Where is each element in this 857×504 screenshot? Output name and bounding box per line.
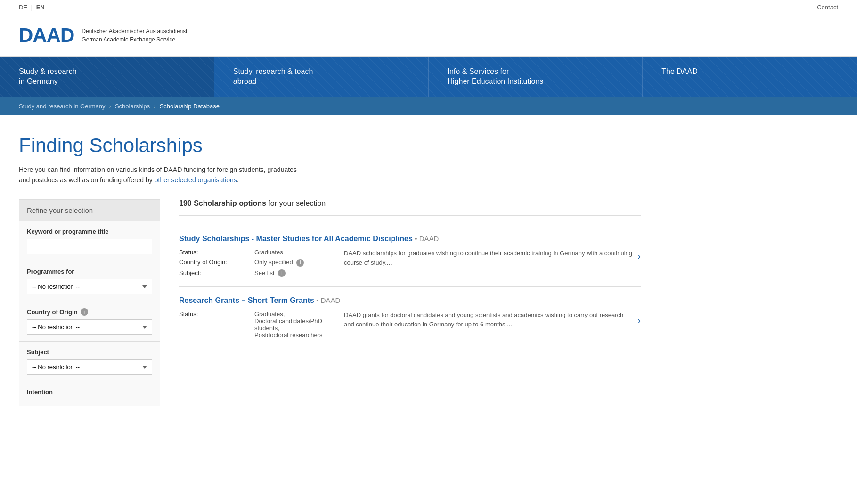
origin-key-1: Country of Origin: xyxy=(179,259,254,267)
subject-key-1: Subject: xyxy=(179,269,254,277)
main-content: Finding Scholarships Here you can find i… xyxy=(0,115,660,435)
lang-separator: | xyxy=(31,4,33,11)
chevron-right-1[interactable]: › xyxy=(637,251,641,261)
programmes-select[interactable]: -- No restriction -- xyxy=(27,279,152,294)
scholarship-title-1[interactable]: Study Scholarships - Master Studies for … xyxy=(179,235,633,243)
logo-area: DAAD Deutscher Akademischer Austauschdie… xyxy=(19,24,187,47)
language-switcher[interactable]: DE | EN xyxy=(19,4,45,11)
content-layout: Refine your selection Keyword or program… xyxy=(19,199,641,406)
page-intro: Here you can find information on various… xyxy=(19,164,302,186)
results-area: 190 Scholarship options for your selecti… xyxy=(179,199,641,354)
main-nav: Study & researchin Germany Study, resear… xyxy=(0,57,857,97)
breadcrumb-sep-1: › xyxy=(109,103,111,110)
scholarship-details-1: Status: Graduates DAAD scholarships for … xyxy=(179,249,633,277)
scholarship-item-2: Research Grants – Short-Term Grants • DA… xyxy=(179,287,641,354)
lang-de-link[interactable]: DE xyxy=(19,4,27,11)
results-count: 190 Scholarship options for your selecti… xyxy=(179,199,641,216)
top-bar: DE | EN Contact xyxy=(0,0,857,15)
keyword-section: Keyword or programme title xyxy=(19,221,160,261)
programmes-section: Programmes for -- No restriction -- xyxy=(19,261,160,301)
status-val-2: Graduates, Doctoral candidates/PhD stude… xyxy=(254,310,339,339)
keyword-label: Keyword or programme title xyxy=(27,228,152,235)
breadcrumb-current: Scholarship Database xyxy=(160,103,220,110)
subject-select[interactable]: -- No restriction -- xyxy=(27,359,152,375)
intro-link[interactable]: other selected organisations xyxy=(155,176,237,184)
country-select[interactable]: -- No restriction -- xyxy=(27,319,152,335)
subject-section: Subject -- No restriction -- xyxy=(19,341,160,382)
subject-label: Subject xyxy=(27,349,152,356)
scholarship-content-1: Study Scholarships - Master Studies for … xyxy=(179,235,633,277)
breadcrumb-item-2[interactable]: Scholarships xyxy=(115,103,150,110)
intention-section: Intention xyxy=(19,382,160,406)
status-key-1: Status: xyxy=(179,249,254,256)
scholarship-org-2: • xyxy=(316,296,320,304)
origin-info-icon-1[interactable]: i xyxy=(296,259,304,267)
country-label: Country of Origin i xyxy=(27,308,152,316)
logo-tagline: Deutscher Akademischer Austauschdienst G… xyxy=(82,27,187,44)
scholarship-title-2[interactable]: Research Grants – Short-Term Grants • DA… xyxy=(179,296,633,305)
subject-val-1: See list i xyxy=(254,269,339,277)
page-title: Finding Scholarships xyxy=(19,134,641,157)
lang-en-link[interactable]: EN xyxy=(36,4,45,11)
country-info-icon[interactable]: i xyxy=(81,308,88,316)
intention-label: Intention xyxy=(27,389,152,396)
breadcrumb: Study and research in Germany › Scholars… xyxy=(0,97,857,115)
contact-link[interactable]: Contact xyxy=(817,4,838,11)
scholarship-details-2: Status: Graduates, Doctoral candidates/P… xyxy=(179,310,633,344)
filter-header: Refine your selection xyxy=(19,200,160,221)
header: DAAD Deutscher Akademischer Austauschdie… xyxy=(0,15,857,57)
sidebar-filter: Refine your selection Keyword or program… xyxy=(19,199,160,406)
description-2: DAAD grants for doctoral candidates and … xyxy=(339,310,633,344)
country-section: Country of Origin i -- No restriction -- xyxy=(19,301,160,341)
scholarship-item-1: Study Scholarships - Master Studies for … xyxy=(179,225,641,287)
programmes-label: Programmes for xyxy=(27,268,152,275)
subject-info-icon-1[interactable]: i xyxy=(278,269,286,277)
scholarship-content-2: Research Grants – Short-Term Grants • DA… xyxy=(179,296,633,344)
breadcrumb-item-1[interactable]: Study and research in Germany xyxy=(19,103,106,110)
origin-val-1: Only specified i xyxy=(254,259,339,267)
daad-logo: DAAD xyxy=(19,24,74,47)
status-val-1: Graduates xyxy=(254,249,339,256)
scholarship-org-1: • xyxy=(415,235,419,243)
description-1: DAAD scholarships for graduates wishing … xyxy=(339,249,633,277)
results-count-label-bold: Scholarship options xyxy=(194,199,266,207)
keyword-input[interactable] xyxy=(27,239,152,254)
chevron-right-2[interactable]: › xyxy=(637,315,641,326)
status-key-2: Status: xyxy=(179,310,254,339)
breadcrumb-sep-2: › xyxy=(154,103,155,110)
results-number: 190 xyxy=(179,199,192,207)
